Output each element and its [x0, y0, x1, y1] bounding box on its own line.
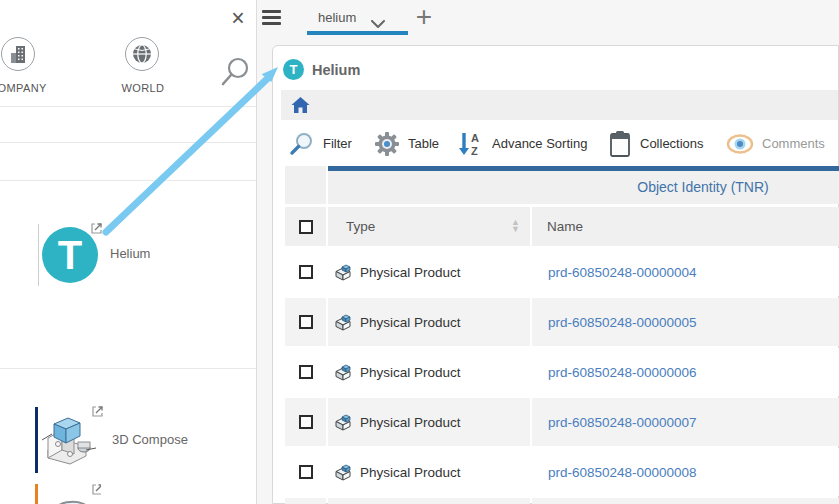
group-header-cell: Object Identity (TNR): [328, 166, 839, 204]
app-tile-3d-compose[interactable]: [35, 407, 101, 473]
divider: [0, 106, 257, 107]
row-checkbox-cell: [285, 448, 326, 496]
row-checkbox-cell: [285, 398, 326, 446]
new-tab-button[interactable]: +: [410, 2, 438, 32]
object-link[interactable]: prd-60850248-00000004: [548, 265, 697, 280]
row-type-cell: Physical Product: [328, 298, 530, 346]
row-checkbox[interactable]: [299, 465, 313, 479]
physical-product-icon: [335, 364, 352, 381]
svg-text:A: A: [471, 132, 479, 144]
table-row[interactable]: Physical Product prd-60850248-00000004: [285, 248, 839, 296]
svg-text:Z: Z: [471, 145, 478, 157]
object-link[interactable]: prd-60850248-00000007: [548, 415, 697, 430]
table-header-row: Type ▲▼ Name: [285, 207, 839, 246]
row-checkbox-cell: [285, 348, 326, 396]
comments-toggle[interactable]: Comments: [726, 121, 825, 166]
table-row[interactable]: Physical Product prd-60850248-00000005: [285, 298, 839, 346]
object-link[interactable]: prd-60850248-00000006: [548, 365, 697, 380]
row-checkbox[interactable]: [299, 265, 313, 279]
toolbar: Filter Table A Z: [273, 121, 839, 166]
row-type-cell: Physical Product: [328, 248, 530, 296]
app-label-helium: Helium: [110, 246, 150, 261]
helium-badge-icon: T: [283, 59, 304, 80]
page-title: Helium: [312, 62, 360, 78]
divider: [0, 142, 257, 143]
physical-product-icon: [335, 414, 352, 431]
row-name-cell: [532, 498, 839, 504]
external-link-icon: [90, 221, 103, 239]
row-checkbox[interactable]: [299, 365, 313, 379]
row-type-text: Physical Product: [360, 265, 461, 280]
comments-label: Comments: [762, 136, 825, 151]
home-icon[interactable]: [291, 96, 311, 114]
advance-sorting-label: Advance Sorting: [492, 136, 587, 151]
table-row[interactable]: Physical Product prd-60850248-00000008: [285, 448, 839, 496]
helium-app-panel: T Helium Filter: [272, 45, 839, 504]
divider: [0, 180, 257, 181]
physical-product-icon: [335, 314, 352, 331]
tab-helium[interactable]: helium: [318, 10, 356, 25]
eye-icon: [726, 134, 754, 154]
app-tile-helium[interactable]: T: [38, 224, 100, 286]
sort-icon[interactable]: ▲▼: [511, 219, 520, 233]
category-world-label: WORLD: [112, 82, 174, 94]
app-drawer-panel: × COMPANY WORLD T: [0, 0, 257, 504]
external-link-icon: [91, 484, 101, 500]
object-link[interactable]: prd-60850248-00000008: [548, 465, 697, 480]
row-type-cell: Physical Product: [328, 448, 530, 496]
row-checkbox-cell: [285, 248, 326, 296]
table-button[interactable]: Table: [374, 121, 439, 166]
clipboard-icon: [608, 130, 632, 158]
table-row-partial: [285, 498, 839, 504]
row-type-cell: Physical Product: [328, 398, 530, 446]
globe-icon: [132, 44, 152, 64]
collections-label: Collections: [640, 136, 704, 151]
row-checkbox-cell: [285, 498, 326, 504]
row-name-cell: prd-60850248-00000007: [532, 398, 839, 446]
row-name-cell: prd-60850248-00000005: [532, 298, 839, 346]
breadcrumb-bar: [281, 90, 838, 120]
advance-sorting-button[interactable]: A Z Advance Sorting: [458, 121, 587, 166]
column-header-name[interactable]: Name: [532, 207, 839, 246]
row-type-cell: Physical Product: [328, 348, 530, 396]
row-checkbox[interactable]: [299, 415, 313, 429]
row-name-cell: prd-60850248-00000006: [532, 348, 839, 396]
row-type-text: Physical Product: [360, 315, 461, 330]
row-type-text: Physical Product: [360, 415, 461, 430]
category-company-label: COMPANY: [0, 82, 50, 94]
results-table: Object Identity (TNR) Type ▲▼ Name Physi…: [285, 166, 839, 504]
active-tab-underline: [307, 31, 408, 35]
group-header-spacer: [285, 166, 326, 204]
external-link-icon: [91, 404, 104, 422]
row-checkbox-cell: [285, 298, 326, 346]
column-header-type[interactable]: Type ▲▼: [328, 207, 530, 246]
table-row[interactable]: Physical Product prd-60850248-00000007: [285, 398, 839, 446]
table-row[interactable]: Physical Product prd-60850248-00000006: [285, 348, 839, 396]
category-world-button[interactable]: [125, 37, 159, 71]
name-column-label: Name: [547, 219, 583, 234]
table-group-header-row: Object Identity (TNR): [285, 166, 839, 204]
collections-button[interactable]: Collections: [608, 121, 704, 166]
physical-product-icon: [335, 464, 352, 481]
row-name-cell: prd-60850248-00000008: [532, 448, 839, 496]
az-sort-icon: A Z: [458, 130, 484, 158]
category-company-button[interactable]: [1, 37, 35, 71]
divider: [0, 368, 257, 369]
gear-icon: [374, 131, 400, 157]
select-all-cell: [285, 207, 326, 246]
row-name-cell: prd-60850248-00000004: [532, 248, 839, 296]
close-icon[interactable]: ×: [224, 4, 252, 32]
filter-button[interactable]: Filter: [289, 121, 352, 166]
physical-product-icon: [335, 264, 352, 281]
type-column-label: Type: [346, 219, 375, 234]
app-label-3d-compose: 3D Compose: [112, 432, 188, 447]
search-icon[interactable]: [221, 56, 253, 90]
hamburger-menu-icon[interactable]: [262, 10, 281, 26]
select-all-checkbox[interactable]: [299, 220, 313, 234]
object-link[interactable]: prd-60850248-00000005: [548, 315, 697, 330]
row-checkbox[interactable]: [299, 315, 313, 329]
table-label: Table: [408, 136, 439, 151]
filter-label: Filter: [323, 136, 352, 151]
row-type-text: Physical Product: [360, 465, 461, 480]
app-tile-partial[interactable]: [35, 484, 101, 504]
